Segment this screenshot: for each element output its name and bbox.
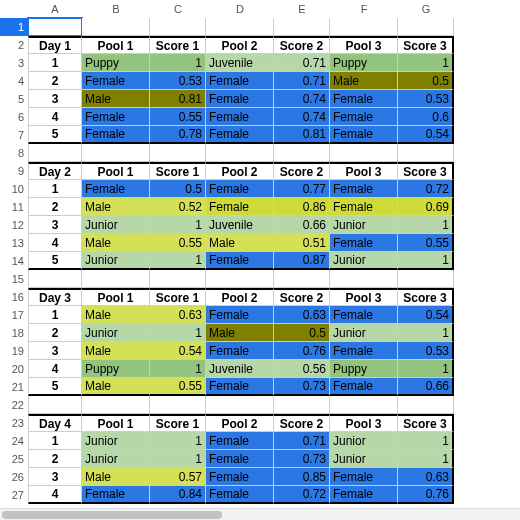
- data-cell[interactable]: 3: [28, 468, 82, 486]
- data-cell[interactable]: Puppy: [82, 54, 150, 72]
- data-cell[interactable]: 0.54: [398, 126, 454, 144]
- col-header-A[interactable]: A: [28, 0, 82, 18]
- data-cell[interactable]: 0.84: [150, 486, 206, 504]
- data-cell[interactable]: Junior: [330, 252, 398, 270]
- data-cell[interactable]: Female: [330, 198, 398, 216]
- header-cell[interactable]: Pool 3: [330, 288, 398, 306]
- cell[interactable]: [206, 18, 274, 36]
- data-cell[interactable]: Female: [82, 126, 150, 144]
- header-cell[interactable]: Score 1: [150, 414, 206, 432]
- row-header-24[interactable]: 24: [0, 432, 28, 450]
- header-cell[interactable]: Day 1: [28, 36, 82, 54]
- data-cell[interactable]: 3: [28, 90, 82, 108]
- data-cell[interactable]: 0.73: [274, 450, 330, 468]
- data-cell[interactable]: 1: [150, 54, 206, 72]
- scrollbar-thumb[interactable]: [2, 511, 222, 519]
- data-cell[interactable]: Female: [206, 450, 274, 468]
- data-cell[interactable]: 0.66: [274, 216, 330, 234]
- cell[interactable]: [330, 396, 398, 414]
- data-cell[interactable]: 0.77: [274, 180, 330, 198]
- data-cell[interactable]: 1: [398, 360, 454, 378]
- data-cell[interactable]: Female: [206, 252, 274, 270]
- data-cell[interactable]: 0.53: [150, 72, 206, 90]
- data-cell[interactable]: Puppy: [82, 360, 150, 378]
- data-cell[interactable]: Female: [330, 234, 398, 252]
- row-header-19[interactable]: 19: [0, 342, 28, 360]
- header-cell[interactable]: Score 3: [398, 288, 454, 306]
- row-header-21[interactable]: 21: [0, 378, 28, 396]
- data-cell[interactable]: 0.63: [150, 306, 206, 324]
- data-cell[interactable]: Female: [82, 486, 150, 504]
- data-cell[interactable]: 0.74: [274, 90, 330, 108]
- header-cell[interactable]: Score 2: [274, 414, 330, 432]
- data-cell[interactable]: 4: [28, 360, 82, 378]
- cell[interactable]: [330, 144, 398, 162]
- header-cell[interactable]: Score 3: [398, 414, 454, 432]
- data-cell[interactable]: Juvenile: [206, 54, 274, 72]
- data-cell[interactable]: 0.76: [274, 342, 330, 360]
- data-cell[interactable]: 0.72: [274, 486, 330, 504]
- data-cell[interactable]: 0.57: [150, 468, 206, 486]
- data-cell[interactable]: Female: [206, 72, 274, 90]
- data-cell[interactable]: 0.81: [150, 90, 206, 108]
- data-cell[interactable]: Junior: [82, 252, 150, 270]
- data-cell[interactable]: 1: [150, 450, 206, 468]
- data-cell[interactable]: Junior: [82, 324, 150, 342]
- cell[interactable]: [330, 270, 398, 288]
- row-header-14[interactable]: 14: [0, 252, 28, 270]
- data-cell[interactable]: 1: [150, 252, 206, 270]
- data-cell[interactable]: 0.55: [150, 108, 206, 126]
- data-cell[interactable]: 0.76: [398, 486, 454, 504]
- header-cell[interactable]: Pool 1: [82, 36, 150, 54]
- data-cell[interactable]: Male: [206, 234, 274, 252]
- row-header-1[interactable]: 1: [0, 18, 28, 36]
- data-cell[interactable]: Junior: [82, 450, 150, 468]
- data-cell[interactable]: Junior: [82, 432, 150, 450]
- data-cell[interactable]: Female: [330, 378, 398, 396]
- data-cell[interactable]: Female: [330, 126, 398, 144]
- data-cell[interactable]: 1: [398, 432, 454, 450]
- data-cell[interactable]: 0.71: [274, 72, 330, 90]
- data-cell[interactable]: Female: [82, 108, 150, 126]
- col-header-E[interactable]: E: [274, 0, 330, 18]
- data-cell[interactable]: Junior: [82, 216, 150, 234]
- cell[interactable]: [82, 270, 150, 288]
- data-cell[interactable]: 0.63: [398, 468, 454, 486]
- header-cell[interactable]: Score 3: [398, 162, 454, 180]
- data-cell[interactable]: Female: [330, 90, 398, 108]
- row-header-18[interactable]: 18: [0, 324, 28, 342]
- row-header-20[interactable]: 20: [0, 360, 28, 378]
- data-cell[interactable]: 5: [28, 126, 82, 144]
- data-cell[interactable]: 0.66: [398, 378, 454, 396]
- data-cell[interactable]: 4: [28, 108, 82, 126]
- cell[interactable]: [398, 144, 454, 162]
- row-header-17[interactable]: 17: [0, 306, 28, 324]
- cell[interactable]: [274, 144, 330, 162]
- col-header-B[interactable]: B: [82, 0, 150, 18]
- header-cell[interactable]: Day 4: [28, 414, 82, 432]
- cell[interactable]: [150, 396, 206, 414]
- col-header-G[interactable]: G: [398, 0, 454, 18]
- row-header-8[interactable]: 8: [0, 144, 28, 162]
- header-cell[interactable]: Pool 3: [330, 162, 398, 180]
- data-cell[interactable]: Female: [206, 126, 274, 144]
- row-header-9[interactable]: 9: [0, 162, 28, 180]
- data-cell[interactable]: 2: [28, 72, 82, 90]
- data-cell[interactable]: Female: [330, 342, 398, 360]
- data-cell[interactable]: Female: [206, 342, 274, 360]
- col-header-C[interactable]: C: [150, 0, 206, 18]
- data-cell[interactable]: Female: [206, 378, 274, 396]
- data-cell[interactable]: 1: [398, 252, 454, 270]
- data-cell[interactable]: 0.53: [398, 90, 454, 108]
- data-cell[interactable]: 3: [28, 216, 82, 234]
- data-cell[interactable]: Female: [206, 180, 274, 198]
- col-header-D[interactable]: D: [206, 0, 274, 18]
- row-header-6[interactable]: 6: [0, 108, 28, 126]
- row-header-16[interactable]: 16: [0, 288, 28, 306]
- data-cell[interactable]: 1: [150, 432, 206, 450]
- col-header-F[interactable]: F: [330, 0, 398, 18]
- data-cell[interactable]: Male: [82, 306, 150, 324]
- data-cell[interactable]: Male: [330, 72, 398, 90]
- header-cell[interactable]: Pool 2: [206, 162, 274, 180]
- cell[interactable]: [28, 18, 82, 36]
